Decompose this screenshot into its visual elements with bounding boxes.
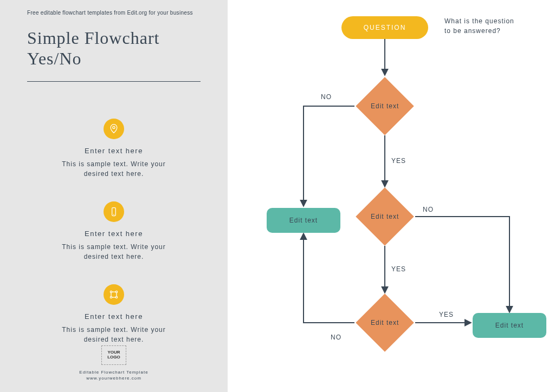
phone-icon <box>104 201 124 222</box>
svg-point-5 <box>110 296 112 298</box>
footer-text: Editable Flowchart Template www.yourwebh… <box>0 369 228 381</box>
question-annotation: What is the question to be answered? <box>444 16 515 36</box>
edge-label-yes: YES <box>439 311 454 318</box>
feature-item: Enter text here This is sample text. Wri… <box>27 284 201 344</box>
flowchart-canvas: QUESTION What is the question to be answ… <box>228 0 555 392</box>
svg-point-4 <box>115 291 117 292</box>
feature-desc: This is sample text. Write your desired … <box>27 242 201 262</box>
title-line-1: Simple Flowchart <box>27 28 159 48</box>
feature-item: Enter text here This is sample text. Wri… <box>27 119 201 179</box>
pin-icon <box>104 119 124 139</box>
edge-label-yes: YES <box>391 265 406 273</box>
logo-placeholder: YOUR LOGO <box>101 345 126 365</box>
edge-label-yes: YES <box>391 157 406 165</box>
feature-title: Enter text here <box>27 230 201 238</box>
sidebar-footer: YOUR LOGO Editable Flowchart Template ww… <box>0 345 228 381</box>
edge-label-no: NO <box>321 93 332 101</box>
feature-title: Enter text here <box>27 312 201 321</box>
process-node-2[interactable]: Edit text <box>473 313 546 338</box>
title-divider <box>27 81 201 82</box>
edge-label-no: NO <box>423 206 434 213</box>
start-node[interactable]: QUESTION <box>341 16 428 39</box>
sidebar: Free editable flowchart templates from E… <box>0 0 228 392</box>
feature-desc: This is sample text. Write your desired … <box>27 325 201 344</box>
svg-point-3 <box>110 291 112 292</box>
process-node-1[interactable]: Edit text <box>267 208 340 233</box>
feature-item: Enter text here This is sample text. Wri… <box>27 201 201 262</box>
network-icon <box>104 284 124 305</box>
page-title: Simple Flowchart Yes/No <box>27 28 201 69</box>
edge-label-no: NO <box>331 334 341 341</box>
svg-point-6 <box>115 296 117 298</box>
svg-point-0 <box>113 126 115 128</box>
feature-desc: This is sample text. Write your desired … <box>27 159 201 179</box>
title-line-2: Yes/No <box>27 49 82 68</box>
tagline: Free editable flowchart templates from E… <box>27 10 201 16</box>
feature-title: Enter text here <box>27 147 201 155</box>
